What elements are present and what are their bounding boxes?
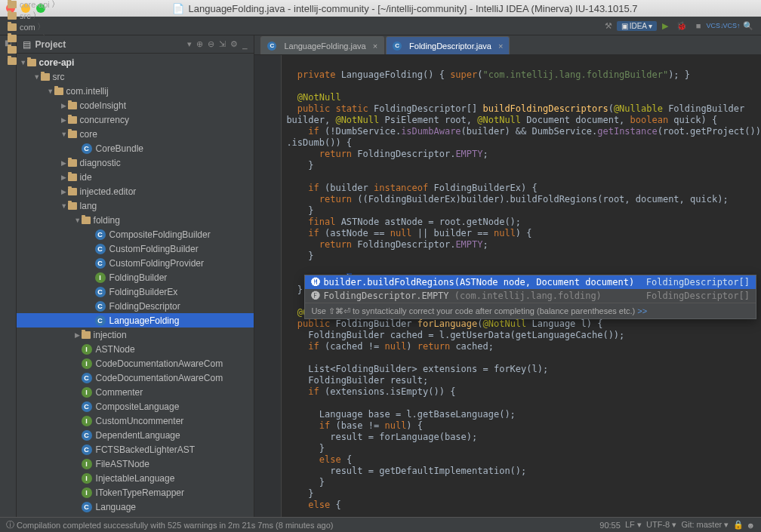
vcs-commit-icon[interactable]: VCS↑ <box>726 20 738 32</box>
hector-icon[interactable]: ☻ <box>746 521 755 530</box>
view-mode-dropdown-icon[interactable]: ▾ <box>187 39 192 49</box>
tree-node[interactable]: ▶injected.editor <box>17 184 254 198</box>
breadcrumb: intellij-community〉platform〉core-api〉src… <box>0 17 761 35</box>
folder-icon <box>27 59 36 66</box>
editor-area: CLanguageFolding.java×CFoldingDescriptor… <box>254 35 761 517</box>
lock-icon[interactable]: 🔒 <box>733 520 744 530</box>
tree-label: diagnostic <box>80 158 121 168</box>
scroll-from-icon[interactable]: ⊖ <box>208 39 214 49</box>
run-config[interactable]: ▣ IDEA ▾ <box>617 21 657 31</box>
tree-node[interactable]: ▼core <box>17 127 254 141</box>
class-icon: C <box>82 444 92 455</box>
tree-node[interactable]: ▶concurrency <box>17 112 254 127</box>
tree-node[interactable]: ICustomUncommenter <box>17 414 254 428</box>
editor-gutter[interactable] <box>254 55 282 517</box>
tree-twistie-icon[interactable]: ▼ <box>47 88 54 95</box>
folder-icon <box>82 217 91 224</box>
tree-node[interactable]: ▼com.intellij <box>17 84 254 98</box>
tree-node[interactable]: CFCTSBackedLighterAST <box>17 442 254 457</box>
breadcrumb-item[interactable]: com〉 <box>5 21 97 32</box>
left-stripe[interactable]: ◧ <box>0 35 17 517</box>
tree-node[interactable]: CCompositeFoldingBuilder <box>17 227 254 241</box>
tree-node[interactable]: CLanguage <box>17 500 254 514</box>
tree-node[interactable]: ▼core-api <box>17 55 254 69</box>
tree-label: LanguageFolding <box>109 315 180 326</box>
tree-node[interactable]: CFoldingDescriptor <box>17 299 254 313</box>
tree-node[interactable]: CCustomFoldingBuilder <box>17 241 254 256</box>
tree-twistie-icon[interactable]: ▶ <box>60 159 68 167</box>
vcs-update-icon[interactable]: VCS↓ <box>709 20 721 32</box>
status-icon: ⓘ <box>6 519 14 530</box>
method-icon: 🅜 <box>311 276 323 288</box>
tree-node[interactable]: IFoldingBuilder <box>17 270 254 284</box>
close-icon[interactable]: × <box>373 42 377 51</box>
tree-node[interactable]: CCoreBundle <box>17 141 254 155</box>
tree-twistie-icon[interactable]: ▼ <box>20 59 27 66</box>
tree-label: FoldingDescriptor <box>109 301 180 312</box>
folder-icon <box>8 46 17 54</box>
class-icon: C <box>82 373 92 383</box>
breadcrumb-item[interactable]: core-api〉 <box>5 0 97 10</box>
tree-node[interactable]: ICodeDocumentationAwareCom <box>17 356 254 371</box>
completion-item[interactable]: 🅜builder.buildFoldRegions(ASTNode node, … <box>305 275 756 289</box>
tree-twistie-icon[interactable]: ▶ <box>60 102 68 109</box>
editor-tabs[interactable]: CLanguageFolding.java×CFoldingDescriptor… <box>254 35 761 55</box>
close-icon[interactable]: × <box>498 42 503 51</box>
tree-node[interactable]: ▼lang <box>17 198 254 213</box>
class-icon: C <box>82 502 92 512</box>
tree-node[interactable]: CLanguageFolding <box>17 313 254 328</box>
completion-item[interactable]: 🅕FoldingDescriptor.EMPTY (com.intellij.l… <box>305 289 756 303</box>
tree-node[interactable]: IFileASTNode <box>17 457 254 471</box>
tree-node[interactable]: CDependentLanguage <box>17 428 254 442</box>
search-icon[interactable]: 🔍 <box>742 20 754 32</box>
editor-tab[interactable]: CFoldingDescriptor.java× <box>386 36 510 54</box>
tree-node[interactable]: ▶codeInsight <box>17 98 254 112</box>
tree-twistie-icon[interactable]: ▼ <box>74 217 82 224</box>
collapse-icon[interactable]: ⇲ <box>219 39 226 49</box>
editor-tab[interactable]: CLanguageFolding.java× <box>260 36 384 54</box>
encoding[interactable]: UTF-8 ▾ <box>646 520 676 530</box>
tree-node[interactable]: IInjectableLanguage <box>17 471 254 485</box>
tree-node[interactable]: ▶diagnostic <box>17 155 254 170</box>
git-branch[interactable]: Git: master ▾ <box>681 520 729 530</box>
tree-label: CodeDocumentationAwareCom <box>96 373 223 383</box>
tree-node[interactable]: CCodeDocumentationAwareCom <box>17 371 254 385</box>
tree-twistie-icon[interactable]: ▶ <box>60 188 68 195</box>
tree-node[interactable]: CCompositeLanguage <box>17 399 254 414</box>
tree-node[interactable]: IASTNode <box>17 342 254 356</box>
tree-label: CustomUncommenter <box>96 416 184 426</box>
stop-icon[interactable]: ■ <box>692 20 704 32</box>
interface-icon: I <box>82 344 92 355</box>
tree-node[interactable]: ▶injection <box>17 328 254 342</box>
tree-twistie-icon[interactable]: ▼ <box>60 202 68 210</box>
tree-node[interactable]: ▼src <box>17 69 254 84</box>
caret-position[interactable]: 90:55 <box>599 521 621 530</box>
hint-link[interactable]: >> <box>637 306 647 315</box>
tree-twistie-icon[interactable]: ▶ <box>74 331 82 339</box>
tree-twistie-icon[interactable]: ▼ <box>33 73 41 81</box>
tree-label: codeInsight <box>80 100 126 111</box>
make-icon[interactable]: ⚒ <box>602 20 615 32</box>
debug-icon[interactable]: 🐞 <box>676 20 688 32</box>
tree-twistie-icon[interactable]: ▶ <box>60 116 68 124</box>
line-separator[interactable]: LF ▾ <box>625 520 642 530</box>
folder-icon <box>8 23 17 31</box>
tree-node[interactable]: ICommenter <box>17 385 254 399</box>
run-icon[interactable]: ▶ <box>659 20 671 32</box>
gear-icon[interactable]: ⚙ <box>230 39 238 49</box>
tree-node[interactable]: IITokenTypeRemapper <box>17 485 254 500</box>
tree-node[interactable]: CFoldingBuilderEx <box>17 284 254 299</box>
tree-node[interactable]: CCustomFoldingProvider <box>17 256 254 270</box>
scroll-to-icon[interactable]: ⊕ <box>196 39 203 49</box>
breadcrumb-item[interactable]: src〉 <box>5 10 97 21</box>
tree-label: Language <box>96 502 136 512</box>
completion-popup[interactable]: 🅜builder.buildFoldRegions(ASTNode node, … <box>304 275 756 319</box>
tree-label: CustomFoldingProvider <box>109 258 204 269</box>
method-icon: 🅕 <box>311 290 323 302</box>
hide-icon[interactable]: ⎯ <box>242 40 248 49</box>
project-tree[interactable]: ▼core-api▼src▼com.intellij▶codeInsight▶c… <box>17 54 254 517</box>
tree-twistie-icon[interactable]: ▶ <box>60 174 68 181</box>
tree-node[interactable]: ▶ide <box>17 170 254 184</box>
tree-node[interactable]: ▼folding <box>17 213 254 227</box>
tree-twistie-icon[interactable]: ▼ <box>60 131 68 138</box>
